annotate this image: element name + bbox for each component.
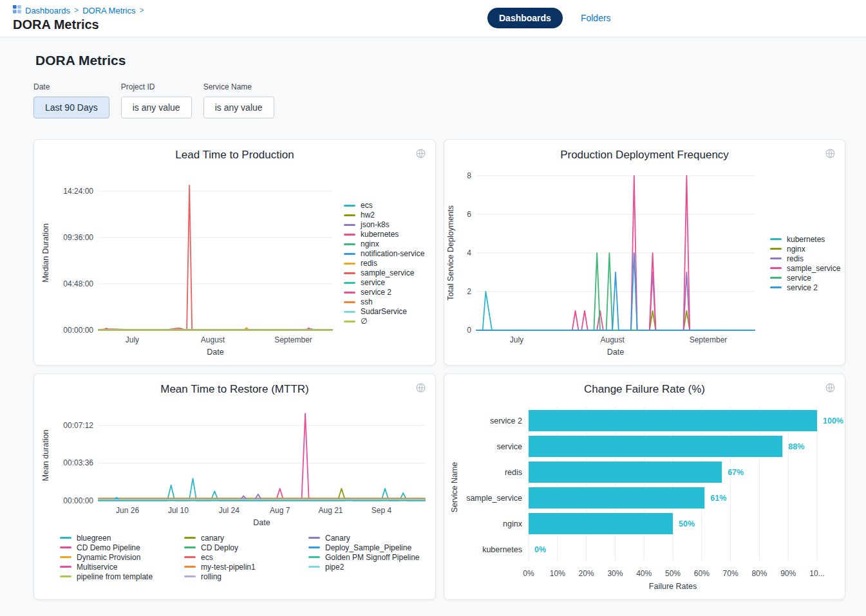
legend-item-golden-pm-signoff-pipeline[interactable]: Golden PM Signoff Pipeline [308, 552, 433, 562]
svg-text:80%: 80% [751, 569, 767, 578]
dashboard-content: DORA Metrics Date Last 90 Days Project I… [0, 37, 866, 608]
legend-label: nginx [361, 239, 379, 248]
lead-time-chart[interactable]: 00:00:0004:48:0009:36:0014:24:00JulyAugu… [34, 163, 334, 364]
globe-icon[interactable] [825, 148, 836, 159]
legend-swatch [184, 537, 196, 539]
legend-item-service-2[interactable]: service 2 [344, 288, 435, 297]
globe-icon[interactable] [825, 382, 836, 393]
svg-text:August: August [601, 335, 625, 344]
legend-swatch [344, 301, 355, 303]
legend-label: sample_service [361, 268, 414, 277]
legend-label: CD Demo Pipeline [77, 543, 140, 552]
panel-change-failure-rate: Change Failure Rate (%) 0%10%20%30%40%50… [444, 373, 845, 600]
filter-service-name-value[interactable]: is any value [203, 97, 274, 118]
change-failure-rate-chart[interactable]: 0%10%20%30%40%50%60%70%80%90%10...servic… [444, 397, 845, 598]
svg-text:Jul 10: Jul 10 [168, 506, 189, 515]
legend-item-rolling[interactable]: rolling [184, 572, 308, 581]
legend-swatch [344, 263, 355, 265]
legend-swatch [344, 234, 355, 236]
legend-item-kubernetes[interactable]: kubernetes [770, 234, 845, 244]
legend-swatch [344, 205, 355, 207]
filter-project-id: Project ID is any value [121, 82, 192, 118]
svg-text:Date: Date [253, 518, 270, 527]
mttr-chart[interactable]: 00:00:0000:03:3600:07:12Jun 26Jul 10Jul … [34, 397, 435, 532]
legend-item-multiservice[interactable]: Multiservice [60, 562, 184, 572]
legend-item-canary[interactable]: canary [184, 533, 308, 543]
legend-item-redis[interactable]: redis [344, 259, 435, 268]
panel-title: Production Deployment Frequency [444, 149, 845, 162]
legend-label: kubernetes [361, 230, 399, 239]
legend-label: Golden PM Signoff Pipeline [325, 553, 420, 562]
legend-swatch [344, 292, 355, 294]
svg-text:Median Duration: Median Duration [41, 223, 50, 283]
top-header: Dashboards > DORA Metrics > DORA Metrics… [0, 0, 866, 37]
deployment-frequency-legend: kubernetesnginxredissample_serviceservic… [760, 163, 845, 364]
globe-icon[interactable] [415, 148, 426, 159]
svg-text:September: September [690, 335, 728, 344]
legend-item-ssh[interactable]: ssh [344, 297, 435, 307]
svg-text:0%: 0% [523, 569, 534, 578]
filter-project-id-value[interactable]: is any value [121, 97, 192, 118]
legend-item-pipe2[interactable]: pipe2 [308, 562, 433, 572]
legend-item--[interactable]: ∅ [344, 317, 435, 326]
legend-item-hw2[interactable]: hw2 [344, 210, 435, 220]
legend-label: service 2 [361, 288, 391, 297]
globe-icon[interactable] [415, 382, 426, 393]
legend-item-kubernetes[interactable]: kubernetes [344, 230, 435, 239]
tab-dashboards[interactable]: Dashboards [487, 8, 563, 28]
filter-date-value[interactable]: Last 90 Days [33, 97, 109, 118]
legend-swatch [308, 546, 320, 548]
legend-label: sample_service [787, 264, 840, 273]
svg-text:Jul 24: Jul 24 [219, 506, 240, 515]
legend-swatch [344, 224, 355, 226]
tab-folders[interactable]: Folders [581, 13, 611, 23]
legend-item-notification-service[interactable]: notification-service [344, 249, 435, 259]
legend-item-deploy-sample-pipeline[interactable]: Deploy_Sample_Pipeline [308, 543, 433, 552]
legend-item-sample-service[interactable]: sample_service [770, 263, 845, 273]
legend-label: service 2 [787, 283, 818, 292]
svg-text:Mean duration: Mean duration [41, 429, 50, 481]
svg-text:nginx: nginx [503, 519, 523, 528]
legend-item-nginx[interactable]: nginx [770, 244, 845, 254]
svg-text:Date: Date [207, 348, 223, 357]
legend-label: ecs [361, 201, 373, 210]
legend-item-pipeline-from-template[interactable]: pipeline from template [60, 572, 184, 581]
view-tabs: Dashboards Folders [487, 8, 611, 28]
legend-item-sudarservice[interactable]: SudarService [344, 307, 435, 317]
legend-swatch [344, 214, 355, 216]
breadcrumb-link-dashboards[interactable]: Dashboards [25, 6, 70, 15]
svg-text:90%: 90% [780, 569, 796, 578]
svg-text:Aug 7: Aug 7 [270, 506, 290, 515]
legend-item-cd-deploy[interactable]: CD Deploy [184, 543, 308, 552]
legend-item-sample-service[interactable]: sample_service [344, 268, 435, 278]
filter-project-id-label: Project ID [121, 82, 192, 91]
panel-grid: Lead Time to Production 00:00:0004:48:00… [33, 139, 845, 600]
legend-item-service[interactable]: service [344, 278, 435, 288]
legend-label: ∅ [361, 317, 367, 326]
legend-item-redis[interactable]: redis [770, 254, 845, 263]
legend-item-service-2[interactable]: service 2 [770, 283, 845, 292]
legend-item-dynamic-provision[interactable]: Dynamic Provision [60, 552, 184, 562]
svg-text:100%: 100% [823, 416, 843, 425]
legend-swatch [344, 253, 355, 255]
legend-item-json-k8s[interactable]: json-k8s [344, 220, 435, 230]
dashboard-title: DORA Metrics [35, 53, 845, 68]
breadcrumb-separator: > [139, 6, 144, 15]
legend-item-nginx[interactable]: nginx [344, 239, 435, 249]
svg-text:61%: 61% [710, 494, 726, 503]
svg-text:4: 4 [467, 248, 471, 257]
legend-item-service[interactable]: service [770, 273, 845, 283]
deployment-frequency-chart[interactable]: 02468JulyAugustSeptemberDateTotal Servic… [444, 163, 760, 364]
legend-swatch [184, 566, 196, 568]
breadcrumb-link-dora-metrics[interactable]: DORA Metrics [82, 6, 135, 15]
svg-text:2: 2 [467, 287, 471, 296]
svg-text:20%: 20% [579, 569, 594, 578]
legend-swatch [770, 277, 782, 279]
svg-text:00:00:00: 00:00:00 [63, 496, 93, 505]
legend-item-cd-demo-pipeline[interactable]: CD Demo Pipeline [60, 543, 184, 552]
legend-item-my-test-pipelin1[interactable]: my-test-pipelin1 [184, 562, 308, 572]
legend-item-ecs[interactable]: ecs [344, 201, 435, 210]
legend-item-ecs[interactable]: ecs [184, 552, 308, 562]
legend-item-canary[interactable]: Canary [308, 533, 433, 543]
legend-item-bluegreen[interactable]: bluegreen [60, 533, 184, 543]
